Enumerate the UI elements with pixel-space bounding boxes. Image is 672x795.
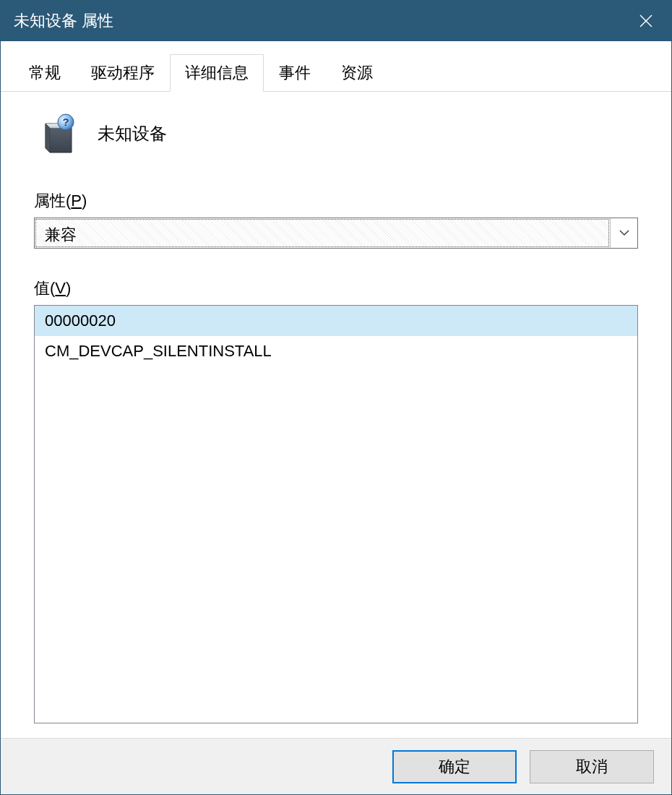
combobox-dropdown-button[interactable] [610,218,637,248]
device-header: ? 未知设备 [34,113,638,154]
close-button[interactable] [621,1,671,41]
value-label: 值(V) [34,278,638,299]
tab-details[interactable]: 详细信息 [170,54,264,92]
property-combobox-value: 兼容 [35,219,609,247]
chevron-down-icon [619,230,629,236]
ok-button[interactable]: 确定 [392,750,517,783]
device-name: 未知设备 [98,122,167,145]
titlebar[interactable]: 未知设备 属性 [1,1,671,41]
tab-general[interactable]: 常规 [14,54,76,91]
tab-events[interactable]: 事件 [264,54,326,91]
window-title: 未知设备 属性 [14,10,113,32]
tab-driver[interactable]: 驱动程序 [76,54,170,91]
list-item[interactable]: 00000020 [35,306,637,336]
tab-strip: 常规 驱动程序 详细信息 事件 资源 [1,41,671,92]
property-label: 属性(P) [34,190,638,212]
properties-window: 未知设备 属性 常规 驱动程序 详细信息 事件 资源 [0,0,672,795]
list-item[interactable]: CM_DEVCAP_SILENTINSTALL [35,336,637,366]
content-area: 常规 驱动程序 详细信息 事件 资源 [1,41,671,794]
button-bar: 确定 取消 [1,738,671,794]
device-icon: ? [40,113,77,154]
tab-content: ? 未知设备 属性(P) 兼容 值(V) 00000020 [1,92,671,738]
value-listbox[interactable]: 00000020 CM_DEVCAP_SILENTINSTALL [34,305,638,723]
close-icon [639,14,653,28]
cancel-button[interactable]: 取消 [530,750,654,783]
property-combobox[interactable]: 兼容 [34,218,638,249]
tab-resources[interactable]: 资源 [326,54,388,91]
svg-text:?: ? [62,116,69,128]
